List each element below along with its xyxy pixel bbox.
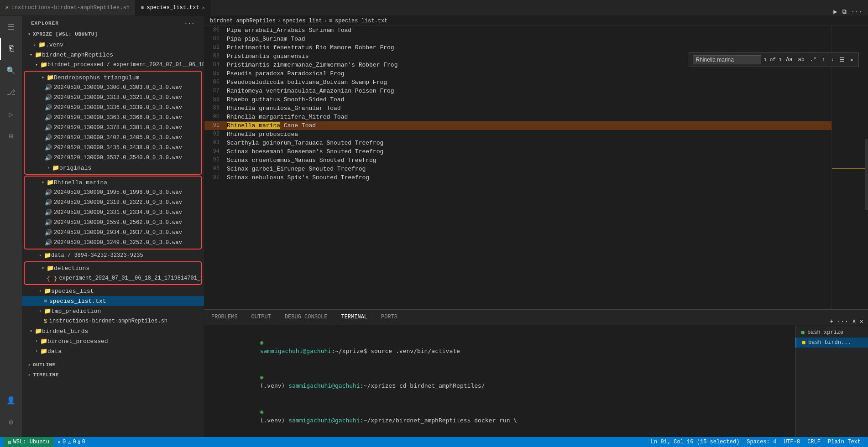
panel-tab-debug[interactable]: DEBUG CONSOLE: [278, 309, 335, 325]
tree-wav3[interactable]: 🔊 20240520_130000_3336.0_3339.0_0_3.0.wa…: [25, 103, 201, 113]
speaker-icon: 🔊: [45, 154, 52, 161]
activity-git[interactable]: ⎇: [0, 82, 22, 104]
tree-rwav1[interactable]: 🔊 20240520_130000_1995.0_1998.0_0_3.0.wa…: [25, 187, 201, 198]
tree-detections[interactable]: ▾ 📁 detections: [25, 263, 201, 273]
wav4-label: 20240520_130000_3363.0_3366.0_0_3.0.wav: [54, 114, 182, 121]
terminal-bash-xprize[interactable]: bash xprize: [795, 327, 868, 338]
folder-icon: 📁: [44, 307, 51, 315]
tab-species-label: species_list.txt: [146, 5, 199, 11]
find-count: 1 of 1: [764, 57, 782, 62]
panel-tab-ports[interactable]: PORTS: [374, 309, 404, 325]
tree-wav1[interactable]: 🔊 20240520_130000_3300.0_3303.0_0_3.0.wa…: [25, 83, 201, 93]
find-input[interactable]: [693, 55, 761, 64]
status-eol[interactable]: CRLF: [804, 437, 824, 447]
tree-species-list-folder[interactable]: › 📁 species_list: [22, 286, 204, 296]
tree-outline[interactable]: › OUTLINE: [22, 360, 204, 370]
tree-wav7[interactable]: 🔊 20240520_130000_3435.0_3438.0_0_3.0.wa…: [25, 143, 201, 153]
panel-tab-problems[interactable]: PROBLEMS: [204, 309, 245, 325]
rwav6-label: 20240520_130000_3249.0_3252.0_0_3.0.wav: [54, 239, 182, 246]
tab-instructions[interactable]: $ instructions-birdnet-amphReptiles.sh: [0, 0, 136, 16]
activity-extensions[interactable]: ⊞: [0, 125, 22, 147]
tree-rwav3[interactable]: 🔊 20240520_130000_2331.0_2334.0_0_3.0.wa…: [25, 208, 201, 218]
tab-instructions-label: instructions-birdnet-amphReptiles.sh: [11, 5, 130, 11]
status-spaces[interactable]: Spaces: 4: [743, 437, 780, 447]
more-actions-icon[interactable]: ···: [851, 8, 863, 16]
breadcrumb-part1[interactable]: birdnet_amphReptiles: [210, 18, 276, 24]
tree-instructions-sh[interactable]: $ instructions-birdnet-amphReptiles.sh: [22, 316, 204, 326]
tree-rwav2[interactable]: 🔊 20240520_130000_2319.0_2322.0_0_3.0.wa…: [25, 198, 201, 208]
data-label: data / 3894-34232-32323-9235: [51, 252, 143, 259]
encoding-label: UTF-8: [784, 439, 800, 445]
tree-birdnet-processed[interactable]: ▾ 📁 birdnet_processed / experiment_2024_…: [22, 60, 204, 70]
activity-debug[interactable]: ▷: [0, 104, 22, 125]
tree-rwav6[interactable]: 🔊 20240520_130000_3249.0_3252.0_0_3.0.wa…: [25, 238, 201, 248]
eol-label: CRLF: [807, 439, 821, 445]
tree-wav8[interactable]: 🔊 20240520_130000_3537.0_3540.0_0_3.0.wa…: [25, 153, 201, 163]
sidebar-more-icon[interactable]: ···: [184, 21, 195, 26]
tree-originals[interactable]: › 📁 originals: [25, 163, 201, 173]
tree-timeline[interactable]: › TIMELINE: [22, 370, 204, 380]
panel-tab-terminal[interactable]: TERMINAL: [334, 309, 374, 325]
run-icon[interactable]: ▶: [833, 8, 837, 16]
tree-experiment-file[interactable]: { } experiment_2024_07_01__06_18_21_1719…: [25, 273, 201, 283]
tree-root[interactable]: ▾ XPRIZE [WSL: UBUNTU]: [22, 29, 204, 40]
breadcrumb-part3[interactable]: species_list.txt: [335, 18, 387, 24]
panel-more-icon[interactable]: ···: [837, 318, 848, 325]
terminal-main[interactable]: ◉ sammigachuhi@gachuhi:~/xprize$ source …: [204, 326, 795, 437]
tree-venv[interactable]: › 📁 .venv: [22, 40, 204, 50]
find-list[interactable]: ☰: [838, 57, 846, 63]
data2-label: data: [47, 348, 62, 355]
tree-tmp-prediction[interactable]: › 📁 tmp_prediction: [22, 306, 204, 316]
speaker-icon: 🔊: [45, 144, 52, 151]
status-ln-col[interactable]: Ln 91, Col 16 (15 selected): [647, 437, 743, 447]
status-errors[interactable]: ✕ 0 ⚠ 0 ℹ 0: [54, 437, 89, 447]
status-language[interactable]: Plain Text: [824, 437, 864, 447]
activity-settings[interactable]: ⚙: [0, 411, 22, 433]
outline-arrow: ›: [26, 363, 33, 368]
tab-species[interactable]: ≡ species_list.txt ✕: [136, 0, 211, 16]
activity-search[interactable]: 🔍: [0, 60, 22, 82]
new-terminal-icon[interactable]: +: [830, 318, 833, 325]
find-close[interactable]: ✕: [849, 57, 855, 63]
term-line-3: ◉ (.venv) sammigachuhi@gachuhi:~/xprize/…: [210, 399, 790, 433]
find-regex[interactable]: .*: [809, 57, 818, 63]
tree-birdnet-processed2[interactable]: › 📁 birdnet_processed: [22, 336, 204, 346]
find-next[interactable]: ↓: [830, 57, 836, 63]
bash-xprize-label: bash xprize: [807, 329, 843, 336]
terminal-bash-birdnet[interactable]: bash birdn...: [795, 338, 868, 348]
panel-maximize-icon[interactable]: ∧: [852, 317, 856, 325]
tree-birdnet-amphreptiles[interactable]: ▾ 📁 birdnet_amphReptiles: [22, 50, 204, 60]
activity-menu[interactable]: ☰: [0, 16, 22, 38]
tree-rwav4[interactable]: 🔊 20240520_130000_2559.0_2562.0_0_3.0.wa…: [25, 218, 201, 228]
activity-explorer[interactable]: ⎗: [0, 38, 22, 60]
activity-account[interactable]: 👤: [0, 390, 22, 411]
status-encoding[interactable]: UTF-8: [780, 437, 804, 447]
status-wsl[interactable]: ⊞ WSL: Ubuntu: [4, 437, 54, 447]
highlight-rhinella: Rhinella marina: [227, 122, 280, 129]
tree-birdnet-birds[interactable]: ▾ 📁 birdnet_birds: [22, 326, 204, 336]
panel-close-icon[interactable]: ✕: [860, 317, 863, 325]
code-line-96: 96 Scinax garbei_Eirunepe Snouted Treefr…: [204, 165, 831, 173]
find-whole-word[interactable]: ab: [797, 57, 806, 63]
speclist-arrow: ›: [37, 289, 44, 294]
speaker-icon: 🔊: [45, 104, 52, 111]
code-editor[interactable]: 80 Pipa arrabali_Arrabals Surinam Toad 8…: [204, 26, 831, 309]
tab-close-icon[interactable]: ✕: [202, 5, 205, 10]
tree-wav2[interactable]: 🔊 20240520_130000_3318.0_3321.0_0_3.0.wa…: [25, 93, 201, 103]
tree-data2[interactable]: › 📁 data: [22, 346, 204, 356]
code-line-92: 92 Rhinella proboscidea: [204, 130, 831, 139]
panel-tab-output[interactable]: OUTPUT: [245, 309, 278, 325]
split-editor-icon[interactable]: ⧉: [842, 8, 847, 16]
breadcrumb-part2[interactable]: species_list: [282, 18, 322, 24]
tree-dendropsophus[interactable]: ▾ 📁 Dendropsophus triangulum: [25, 73, 201, 83]
find-widget[interactable]: 1 of 1 Aa ab .* ↑ ↓ ☰ ✕: [689, 52, 859, 67]
tree-species-list-txt[interactable]: ≡ species_list.txt: [22, 296, 204, 306]
find-match-case[interactable]: Aa: [784, 57, 794, 63]
find-prev[interactable]: ↑: [821, 57, 826, 63]
tree-wav6[interactable]: 🔊 20240520_130000_3402.0_3405.0_0_3.0.wa…: [25, 133, 201, 143]
tree-data[interactable]: › 📁 data / 3894-34232-32323-9235: [22, 250, 204, 260]
tree-rwav5[interactable]: 🔊 20240520_130000_2934.0_2937.0_0_3.0.wa…: [25, 228, 201, 238]
tree-wav5[interactable]: 🔊 20240520_130000_3378.0_3381.0_0_3.0.wa…: [25, 123, 201, 133]
tree-rhinella-folder[interactable]: ▾ 📁 Rhinella marina: [25, 177, 201, 187]
tree-wav4[interactable]: 🔊 20240520_130000_3363.0_3366.0_0_3.0.wa…: [25, 113, 201, 123]
